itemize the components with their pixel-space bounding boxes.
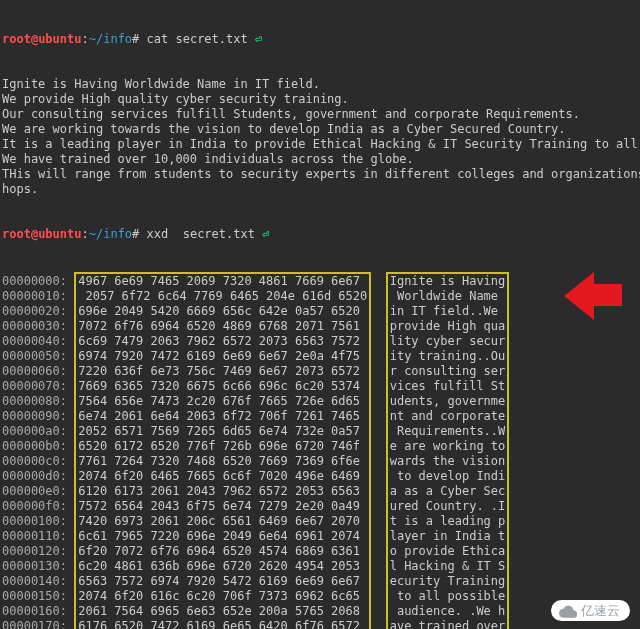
prompt-host: ubuntu bbox=[38, 32, 81, 46]
prompt-line-2: root@ubuntu:~/info# xxd secret.txt ⏎ bbox=[2, 227, 638, 242]
hex-offset: 00000150: bbox=[2, 589, 75, 604]
hex-offset: 00000080: bbox=[2, 394, 75, 409]
hex-bytes: 7572 6564 2043 6f75 6e74 7279 2e20 0a49 bbox=[75, 499, 370, 514]
hex-row: 00000000: 4967 6e69 7465 2069 7320 4861 … bbox=[2, 273, 508, 289]
prompt-path: ~/info bbox=[89, 227, 132, 241]
hex-row: 00000160: 2061 7564 6965 6e63 652e 200a … bbox=[2, 604, 508, 619]
output-line: It is a leading player in India to provi… bbox=[2, 137, 638, 152]
hex-offset: 000000a0: bbox=[2, 424, 75, 439]
hex-bytes: 6176 6520 7472 6169 6e65 6420 6f76 6572 bbox=[75, 619, 370, 629]
hex-ascii: Ignite is Having bbox=[387, 273, 509, 289]
hex-offset: 00000020: bbox=[2, 304, 75, 319]
hex-dump: 00000000: 4967 6e69 7465 2069 7320 4861 … bbox=[2, 272, 509, 629]
hex-bytes: 2061 7564 6965 6e63 652e 200a 5765 2068 bbox=[75, 604, 370, 619]
arrow-left-icon bbox=[564, 272, 594, 320]
output-line: Our consulting services fulfill Students… bbox=[2, 107, 638, 122]
terminal[interactable]: root@ubuntu:~/info# cat secret.txt ⏎ Ign… bbox=[0, 0, 640, 629]
hex-ascii: in IT field..We bbox=[387, 304, 509, 319]
hex-row: 000000d0: 2074 6f20 6465 7665 6c6f 7020 … bbox=[2, 469, 508, 484]
hex-row: 000000e0: 6120 6173 2061 2043 7962 6572 … bbox=[2, 484, 508, 499]
hex-ascii: o provide Ethica bbox=[387, 544, 509, 559]
hex-ascii: to all possible bbox=[387, 589, 509, 604]
hex-offset: 000000e0: bbox=[2, 484, 75, 499]
hex-row: 00000070: 7669 6365 7320 6675 6c66 696c … bbox=[2, 379, 508, 394]
hex-ascii: r consulting ser bbox=[387, 364, 509, 379]
hex-row: 00000170: 6176 6520 7472 6169 6e65 6420 … bbox=[2, 619, 508, 629]
watermark: 亿速云 bbox=[551, 600, 630, 621]
hex-row: 000000a0: 2052 6571 7569 7265 6d65 6e74 … bbox=[2, 424, 508, 439]
hex-row: 00000030: 7072 6f76 6964 6520 4869 6768 … bbox=[2, 319, 508, 334]
hex-row: 00000150: 2074 6f20 616c 6c20 706f 7373 … bbox=[2, 589, 508, 604]
hex-offset: 00000090: bbox=[2, 409, 75, 424]
hex-bytes: 7669 6365 7320 6675 6c66 696c 6c20 5374 bbox=[75, 379, 370, 394]
watermark-text: 亿速云 bbox=[581, 603, 620, 618]
prompt-user: root bbox=[2, 32, 31, 46]
hex-bytes: 2074 6f20 616c 6c20 706f 7373 6962 6c65 bbox=[75, 589, 370, 604]
enter-icon: ⏎ bbox=[248, 32, 262, 46]
hex-bytes: 7761 7264 7320 7468 6520 7669 7369 6f6e bbox=[75, 454, 370, 469]
hex-ascii: vices fulfill St bbox=[387, 379, 509, 394]
hex-bytes: 2057 6f72 6c64 7769 6465 204e 616d 6520 bbox=[75, 289, 370, 304]
hex-ascii: lity cyber secur bbox=[387, 334, 509, 349]
hex-bytes: 6c20 4861 636b 696e 6720 2620 4954 2053 bbox=[75, 559, 370, 574]
hex-bytes: 7072 6f76 6964 6520 4869 6768 2071 7561 bbox=[75, 319, 370, 334]
cat-output: Ignite is Having Worldwide Name in IT fi… bbox=[2, 77, 638, 197]
cloud-icon bbox=[559, 604, 577, 618]
hex-offset: 00000160: bbox=[2, 604, 75, 619]
hex-ascii: layer in India t bbox=[387, 529, 509, 544]
hex-bytes: 6520 6172 6520 776f 726b 696e 6720 746f bbox=[75, 439, 370, 454]
hex-bytes: 696e 2049 5420 6669 656c 642e 0a57 6520 bbox=[75, 304, 370, 319]
hex-row: 00000080: 7564 656e 7473 2c20 676f 7665 … bbox=[2, 394, 508, 409]
hex-row: 00000110: 6c61 7965 7220 696e 2049 6e64 … bbox=[2, 529, 508, 544]
hex-ascii: Worldwide Name bbox=[387, 289, 509, 304]
prompt-host: ubuntu bbox=[38, 227, 81, 241]
hex-row: 00000120: 6f20 7072 6f76 6964 6520 4574 … bbox=[2, 544, 508, 559]
hex-ascii: a as a Cyber Sec bbox=[387, 484, 509, 499]
hex-offset: 00000110: bbox=[2, 529, 75, 544]
hex-offset: 00000060: bbox=[2, 364, 75, 379]
hex-ascii: ured Country. .I bbox=[387, 499, 509, 514]
hex-bytes: 6f20 7072 6f76 6964 6520 4574 6869 6361 bbox=[75, 544, 370, 559]
hex-offset: 00000170: bbox=[2, 619, 75, 629]
prompt-user: root bbox=[2, 227, 31, 241]
hex-bytes: 4967 6e69 7465 2069 7320 4861 7669 6e67 bbox=[75, 273, 370, 289]
enter-icon: ⏎ bbox=[255, 227, 269, 241]
output-line: hops. bbox=[2, 182, 638, 197]
hex-offset: 000000c0: bbox=[2, 454, 75, 469]
hex-ascii: t is a leading p bbox=[387, 514, 509, 529]
hex-ascii: to develop Indi bbox=[387, 469, 509, 484]
hex-offset: 000000d0: bbox=[2, 469, 75, 484]
output-line: We have trained over 10,000 individuals … bbox=[2, 152, 638, 167]
hex-row: 00000140: 6563 7572 6974 7920 5472 6169 … bbox=[2, 574, 508, 589]
prompt-path: ~/info bbox=[89, 32, 132, 46]
hex-offset: 000000b0: bbox=[2, 439, 75, 454]
hex-row: 000000b0: 6520 6172 6520 776f 726b 696e … bbox=[2, 439, 508, 454]
hex-row: 00000050: 6974 7920 7472 6169 6e69 6e67 … bbox=[2, 349, 508, 364]
hex-ascii: e are working to bbox=[387, 439, 509, 454]
command-xxd: xxd secret.txt bbox=[139, 227, 255, 241]
hex-row: 00000130: 6c20 4861 636b 696e 6720 2620 … bbox=[2, 559, 508, 574]
hex-row: 000000f0: 7572 6564 2043 6f75 6e74 7279 … bbox=[2, 499, 508, 514]
hex-offset: 00000140: bbox=[2, 574, 75, 589]
hex-ascii: ity training..Ou bbox=[387, 349, 509, 364]
hex-offset: 00000100: bbox=[2, 514, 75, 529]
hex-row: 00000060: 7220 636f 6e73 756c 7469 6e67 … bbox=[2, 364, 508, 379]
hex-offset: 00000010: bbox=[2, 289, 75, 304]
prompt-line-1: root@ubuntu:~/info# cat secret.txt ⏎ bbox=[2, 32, 638, 47]
hex-row: 00000100: 7420 6973 2061 206c 6561 6469 … bbox=[2, 514, 508, 529]
hex-offset: 00000120: bbox=[2, 544, 75, 559]
hex-ascii: ave trained over bbox=[387, 619, 509, 629]
hex-row: 000000c0: 7761 7264 7320 7468 6520 7669 … bbox=[2, 454, 508, 469]
hex-ascii: nt and corporate bbox=[387, 409, 509, 424]
output-line: THis will range from students to securit… bbox=[2, 167, 638, 182]
hex-offset: 00000000: bbox=[2, 273, 75, 289]
hex-bytes: 7420 6973 2061 206c 6561 6469 6e67 2070 bbox=[75, 514, 370, 529]
hex-bytes: 6120 6173 2061 2043 7962 6572 2053 6563 bbox=[75, 484, 370, 499]
hex-bytes: 6c69 7479 2063 7962 6572 2073 6563 7572 bbox=[75, 334, 370, 349]
hex-bytes: 2052 6571 7569 7265 6d65 6e74 732e 0a57 bbox=[75, 424, 370, 439]
hex-row: 00000040: 6c69 7479 2063 7962 6572 2073 … bbox=[2, 334, 508, 349]
hex-offset: 000000f0: bbox=[2, 499, 75, 514]
hex-offset: 00000070: bbox=[2, 379, 75, 394]
hex-bytes: 6c61 7965 7220 696e 2049 6e64 6961 2074 bbox=[75, 529, 370, 544]
output-line: We are working towards the vision to dev… bbox=[2, 122, 638, 137]
